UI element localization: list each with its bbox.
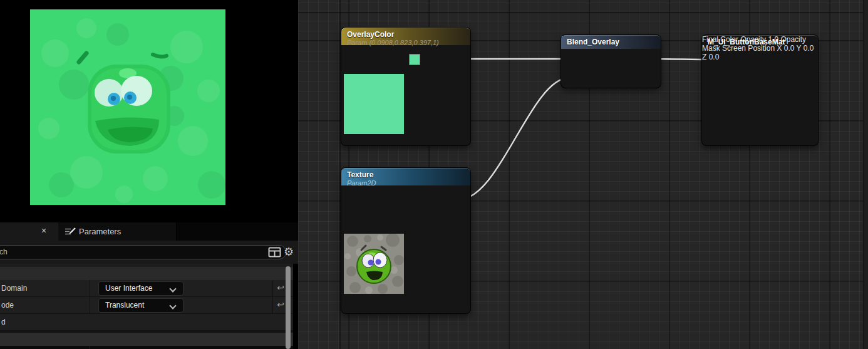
material-preview-image — [30, 9, 225, 205]
blend-mode-dropdown[interactable]: Translucent — [98, 298, 183, 313]
property-row-blend-mode: ode Translucent ↩ — [0, 297, 293, 314]
category-header[interactable] — [0, 333, 293, 346]
chevron-down-icon — [169, 285, 176, 292]
domain-dropdown[interactable]: User Interface — [98, 281, 183, 296]
property-row-partial: d — [0, 314, 293, 331]
node-header[interactable]: Blend_Overlay — [561, 35, 661, 49]
graph-edge-strip — [863, 0, 868, 349]
node-subtitle: Param2D — [347, 179, 465, 187]
tab-parameters-label: Parameters — [79, 227, 121, 236]
property-label: d — [1, 314, 6, 330]
color-swatch[interactable] — [410, 55, 420, 65]
texture-thumbnail[interactable] — [344, 234, 404, 294]
parameters-pencil-icon — [65, 227, 76, 236]
tab-parameters[interactable]: Parameters — [58, 222, 177, 241]
wire-texture-to-blend[interactable] — [460, 78, 569, 199]
node-title: Texture — [347, 170, 465, 179]
node-title: OverlayColor — [347, 30, 465, 39]
next-row-partial — [0, 346, 293, 349]
property-row-domain: Domain User Interface ↩ — [0, 280, 293, 297]
display-filter-icon[interactable] — [268, 247, 281, 259]
node-texture[interactable]: Texture Param2D UVs 0 Apply View MipBias — [341, 168, 470, 313]
node-header[interactable]: M_UI_ButtonBaseMat — [702, 35, 818, 49]
node-title: Blend_Overlay — [567, 38, 655, 46]
chevron-down-icon — [169, 302, 176, 309]
close-icon[interactable]: × — [41, 226, 46, 236]
search-text: ch — [0, 247, 8, 256]
details-toolbar: ch ⚙ — [0, 241, 298, 264]
node-overlay-color[interactable]: OverlayColor Param (0.0908,0.823,0.397,1… — [341, 28, 470, 145]
details-scrollbar[interactable] — [286, 266, 291, 349]
details-panel: Domain User Interface ↩ ode Translucent … — [0, 264, 293, 349]
category-header[interactable] — [0, 267, 293, 280]
left-panel: × Parameters ch ⚙ — [0, 0, 298, 349]
tab-bar: × Parameters — [0, 222, 298, 241]
node-subtitle: Param (0.0908,0.823,0.397,1) — [347, 39, 465, 46]
tab-details-active[interactable]: × — [0, 222, 58, 241]
search-input[interactable]: ch — [0, 245, 286, 259]
reset-to-default-button[interactable]: ↩ — [275, 300, 286, 311]
parameter-color-preview[interactable] — [344, 74, 404, 134]
z-axis-label: Z — [702, 53, 706, 61]
node-header[interactable]: OverlayColor Param (0.0908,0.823,0.397,1… — [341, 28, 470, 45]
property-label: Domain — [1, 280, 27, 296]
z-value-box[interactable]: 0.0 — [709, 53, 720, 61]
node-material-output[interactable]: M_UI_ButtonBaseMat Final Color Opacity 1… — [702, 35, 818, 145]
material-graph-canvas[interactable]: OverlayColor Param (0.0908,0.823,0.397,1… — [298, 0, 868, 349]
property-label: ode — [1, 297, 14, 313]
material-preview-viewport[interactable] — [30, 9, 225, 205]
node-header[interactable]: Texture Param2D — [341, 168, 470, 185]
material-editor-window: × Parameters ch ⚙ — [0, 0, 868, 349]
node-title: M_UI_ButtonBaseMat — [708, 38, 812, 46]
reset-to-default-button[interactable]: ↩ — [275, 283, 286, 294]
gear-icon[interactable]: ⚙ — [284, 245, 294, 259]
node-blend-overlay[interactable]: Blend_Overlay Base (V3) Result Blend (V3… — [561, 35, 661, 88]
